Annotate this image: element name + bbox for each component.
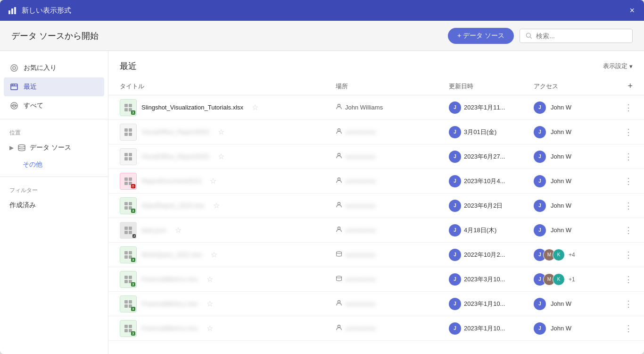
- star-icon[interactable]: ☆: [252, 103, 258, 112]
- date-cell: J 2023年10月4...: [449, 175, 534, 187]
- date-text: 2023年3月10...: [464, 275, 505, 284]
- location-cell: xxxxxxxxxx: [336, 152, 449, 160]
- more-options-button[interactable]: ⋮: [609, 274, 633, 285]
- location-icon: [336, 275, 342, 283]
- access-cell: J John W: [534, 200, 609, 212]
- column-header-title: タイトル: [120, 78, 336, 94]
- sidebar-item-all[interactable]: すべて: [0, 96, 108, 115]
- table-row[interactable]: X FinancialMetrics.xlsx ☆ xxxxxxxxxx J 2…: [108, 292, 644, 316]
- more-options-button[interactable]: ⋮: [609, 152, 633, 162]
- file-cell: VisualOffice_Report2023 ☆: [120, 124, 336, 141]
- sidebar-divider-2: [0, 177, 108, 177]
- table-row[interactable]: X WorkSpace_2022.xlsx ☆ xxxxxxxxxx J 202…: [108, 243, 644, 267]
- more-options-button[interactable]: ⋮: [609, 225, 633, 236]
- svg-point-5: [11, 65, 17, 71]
- location-text: xxxxxxxxxx: [345, 300, 376, 307]
- star-icon[interactable]: ☆: [218, 127, 224, 136]
- favorites-label: お気に入り: [24, 64, 57, 72]
- location-cell: xxxxxxxxxx: [336, 275, 449, 283]
- svg-point-20: [337, 252, 342, 253]
- more-options-button[interactable]: ⋮: [609, 176, 633, 186]
- star-icon[interactable]: ☆: [210, 177, 216, 185]
- file-name: FinancialMetrics.xlsx: [141, 300, 198, 307]
- add-datasource-button[interactable]: + データ ソース: [448, 28, 514, 44]
- file-icon: X: [120, 246, 137, 263]
- location-text: xxxxxxxxxx: [345, 177, 376, 185]
- sidebar-item-datasource[interactable]: ▶ データ ソース: [0, 139, 108, 157]
- location-cell: xxxxxxxxxx: [336, 226, 449, 234]
- access-cell: J M K +4: [534, 249, 609, 261]
- access-user: John W: [551, 104, 571, 111]
- table-row[interactable]: O ReportDocument2023 ☆ xxxxxxxxxx J 2023…: [108, 169, 644, 194]
- access-extra: +1: [569, 276, 575, 283]
- arrow-icon: ▶: [9, 144, 14, 151]
- more-options-button[interactable]: ⋮: [609, 102, 633, 113]
- table-row[interactable]: X FinancialMetrics.xlsx ☆ xxxxxxxxxx J 2…: [108, 267, 644, 292]
- location-text: xxxxxxxxxx: [345, 276, 376, 283]
- date-text: 2023年6月27...: [464, 152, 505, 161]
- star-icon[interactable]: ☆: [211, 250, 217, 259]
- close-button[interactable]: ×: [627, 4, 636, 17]
- file-icon: [120, 124, 137, 141]
- date-cell: J 2023年1月10...: [449, 298, 534, 310]
- file-name: SalesReport_2023.xlsx: [141, 202, 205, 209]
- avatar-group: J M K: [534, 249, 565, 261]
- file-cell: X FinancialMetrics.xlsx ☆: [120, 320, 336, 337]
- star-icon[interactable]: ☆: [218, 152, 224, 161]
- table-row[interactable]: X Slingshot_Visualization_Tutorials.xlsx…: [108, 95, 644, 120]
- star-icon[interactable]: ☆: [206, 299, 213, 308]
- date-text: 2023年6月2日: [464, 202, 503, 210]
- avatar: J: [534, 322, 546, 335]
- table-row[interactable]: X SalesReport_2023.xlsx ☆ xxxxxxxxxx J 2…: [108, 194, 644, 218]
- sidebar-item-recent[interactable]: 最近: [4, 77, 104, 96]
- recent-icon: [9, 82, 19, 92]
- more-options-button[interactable]: ⋮: [609, 201, 633, 211]
- star-icon[interactable]: ☆: [206, 275, 213, 284]
- sidebar-link-other[interactable]: その他: [0, 157, 108, 173]
- date-text: 2022年10月2...: [464, 251, 505, 259]
- table-row[interactable]: X FinancialMetrics.xlsx ☆ xxxxxxxxxx J 2…: [108, 316, 644, 341]
- content-header: 最近 表示設定 ▾: [108, 51, 644, 77]
- table-header: タイトル 場所 更新日時 アクセス +: [108, 77, 644, 95]
- table-row[interactable]: VisualOffice_Report2023 ☆ xxxxxxxxxx J 3…: [108, 120, 644, 144]
- file-icon: X: [120, 99, 137, 116]
- more-options-button[interactable]: ⋮: [609, 250, 633, 260]
- top-bar-right: + データ ソース: [448, 28, 633, 44]
- date-text: 2023年10月4...: [464, 177, 505, 185]
- svg-point-21: [337, 276, 342, 278]
- more-options-button[interactable]: ⋮: [609, 127, 633, 137]
- search-input[interactable]: [536, 32, 627, 40]
- more-options-button[interactable]: ⋮: [609, 323, 633, 334]
- access-extra: +4: [569, 252, 575, 258]
- sidebar-item-created[interactable]: 作成済み: [0, 196, 108, 214]
- avatar-date: J: [449, 224, 461, 236]
- title-bar: 新しい表示形式 ×: [0, 0, 644, 21]
- table-row[interactable]: J data.json ☆ xxxxxxxxxx J 4月18日(木) J Jo…: [108, 218, 644, 243]
- more-options-button[interactable]: ⋮: [609, 299, 633, 309]
- avatar: J: [534, 101, 546, 114]
- location-text: xxxxxxxxxx: [345, 251, 376, 258]
- sidebar-item-favorites[interactable]: お気に入り: [0, 59, 108, 77]
- add-column-button[interactable]: +: [609, 77, 633, 95]
- file-icon: J: [120, 222, 137, 239]
- table-row[interactable]: VisualOffice_Report2023 ☆ xxxxxxxxxx J 2…: [108, 144, 644, 169]
- svg-point-14: [338, 104, 340, 107]
- svg-point-6: [13, 67, 16, 69]
- star-icon[interactable]: ☆: [213, 201, 220, 210]
- access-user: John W: [551, 300, 571, 307]
- file-icon: X: [120, 271, 137, 288]
- star-icon[interactable]: ☆: [206, 324, 213, 333]
- svg-point-19: [338, 227, 340, 229]
- star-icon[interactable]: ☆: [175, 226, 182, 235]
- content-title: 最近: [120, 60, 137, 72]
- view-settings-button[interactable]: 表示設定 ▾: [603, 62, 633, 70]
- location-icon: [336, 128, 342, 136]
- main-content: お気に入り 最近: [0, 51, 644, 354]
- avatar: J: [534, 298, 546, 310]
- location-text: xxxxxxxxxx: [345, 202, 376, 209]
- dialog-title: 新しい表示形式: [22, 6, 71, 15]
- svg-rect-0: [8, 10, 10, 14]
- location-cell: xxxxxxxxxx: [336, 251, 449, 259]
- file-cell: X FinancialMetrics.xlsx ☆: [120, 271, 336, 288]
- file-cell: J data.json ☆: [120, 222, 336, 239]
